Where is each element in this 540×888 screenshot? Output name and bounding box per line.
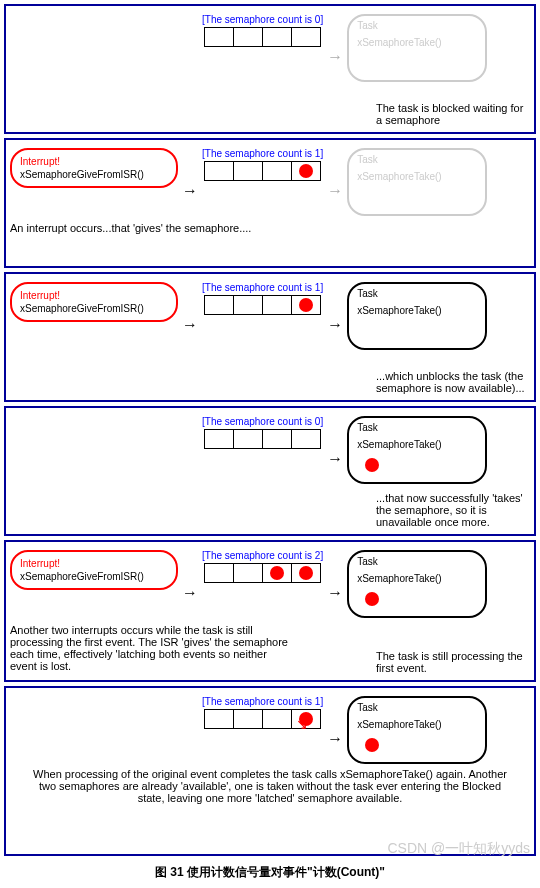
isr-fn: xSemaphoreGiveFromISR() bbox=[20, 303, 168, 314]
queue-cell bbox=[205, 430, 234, 448]
queue-cell bbox=[205, 296, 234, 314]
token-icon bbox=[299, 566, 313, 580]
panel-caption-center: When processing of the original event co… bbox=[30, 768, 510, 804]
queue-cell bbox=[234, 430, 263, 448]
arrow-give: → bbox=[182, 182, 198, 200]
count-label: [The semaphore count is 0] bbox=[202, 14, 323, 25]
semaphore-queue: [The semaphore count is 0] bbox=[202, 416, 323, 449]
queue-cell bbox=[234, 564, 263, 582]
task-box: TaskxSemaphoreTake() bbox=[347, 550, 487, 618]
arrow-take: → bbox=[327, 48, 343, 66]
panel-caption-right: The task is still processing the first e… bbox=[376, 650, 526, 674]
queue-cell bbox=[292, 162, 320, 180]
panel-4: Interrupt!xSemaphoreGiveFromISR()→[The s… bbox=[4, 406, 536, 536]
figure-caption: 图 31 使用计数信号量对事件"计数(Count)" bbox=[0, 860, 540, 885]
isr-box: Interrupt!xSemaphoreGiveFromISR() bbox=[10, 148, 178, 188]
token-icon bbox=[365, 592, 379, 606]
task-fn: xSemaphoreTake() bbox=[357, 719, 477, 730]
arrow-take: → bbox=[327, 316, 343, 334]
queue-cell bbox=[234, 296, 263, 314]
queue-cell bbox=[263, 162, 292, 180]
arrow-give: → bbox=[182, 584, 198, 602]
panel-5: Interrupt!xSemaphoreGiveFromISR()→[The s… bbox=[4, 540, 536, 682]
queue-cell bbox=[205, 710, 234, 728]
token-icon bbox=[365, 458, 379, 472]
task-title: Task bbox=[357, 422, 477, 433]
isr-title: Interrupt! bbox=[20, 558, 168, 569]
panel-caption-right: ...which unblocks the task (the semaphor… bbox=[376, 370, 526, 394]
arrow-take: → bbox=[327, 584, 343, 602]
token-icon bbox=[299, 298, 313, 312]
queue-cell bbox=[205, 162, 234, 180]
isr-box: Interrupt!xSemaphoreGiveFromISR() bbox=[10, 550, 178, 590]
task-title: Task bbox=[357, 20, 477, 31]
queue-cell bbox=[263, 28, 292, 46]
queue-cell bbox=[292, 430, 320, 448]
isr-title: Interrupt! bbox=[20, 156, 168, 167]
isr-box: Interrupt!xSemaphoreGiveFromISR() bbox=[10, 282, 178, 322]
count-label: [The semaphore count is 0] bbox=[202, 416, 323, 427]
arrow-take: → bbox=[327, 182, 343, 200]
token-icon bbox=[270, 566, 284, 580]
task-fn: xSemaphoreTake() bbox=[357, 305, 477, 316]
task-fn: xSemaphoreTake() bbox=[357, 37, 477, 48]
task-box: TaskxSemaphoreTake() bbox=[347, 696, 487, 764]
count-label: [The semaphore count is 1] bbox=[202, 696, 323, 707]
task-title: Task bbox=[357, 702, 477, 713]
queue-cell bbox=[292, 28, 320, 46]
queue-cell bbox=[263, 564, 292, 582]
panel-6: Interrupt!xSemaphoreGiveFromISR()→[The s… bbox=[4, 686, 536, 856]
count-label: [The semaphore count is 1] bbox=[202, 148, 323, 159]
isr-fn: xSemaphoreGiveFromISR() bbox=[20, 169, 168, 180]
queue-cell bbox=[234, 710, 263, 728]
isr-fn: xSemaphoreGiveFromISR() bbox=[20, 571, 168, 582]
queue-cell bbox=[205, 28, 234, 46]
panel-1: Interrupt!xSemaphoreGiveFromISR()→[The s… bbox=[4, 4, 536, 134]
task-title: Task bbox=[357, 288, 477, 299]
queue-cell bbox=[292, 296, 320, 314]
watermark: CSDN @一叶知秋yyds bbox=[387, 840, 530, 858]
task-box: TaskxSemaphoreTake() bbox=[347, 282, 487, 350]
task-box: TaskxSemaphoreTake() bbox=[347, 14, 487, 82]
queue-cell bbox=[263, 296, 292, 314]
count-label: [The semaphore count is 2] bbox=[202, 550, 323, 561]
semaphore-queue: [The semaphore count is 0] bbox=[202, 14, 323, 47]
queue-cell bbox=[205, 564, 234, 582]
semaphore-queue: [The semaphore count is 2] bbox=[202, 550, 323, 583]
queue-cell bbox=[234, 28, 263, 46]
late-take-arrow: ↘ bbox=[296, 716, 308, 732]
task-box: TaskxSemaphoreTake() bbox=[347, 148, 487, 216]
queue-cell bbox=[263, 430, 292, 448]
panel-caption-right: ...that now successfully 'takes' the sem… bbox=[376, 492, 526, 528]
panel-2: Interrupt!xSemaphoreGiveFromISR()→[The s… bbox=[4, 138, 536, 268]
arrow-give: → bbox=[182, 316, 198, 334]
panel-caption-left: An interrupt occurs...that 'gives' the s… bbox=[10, 222, 290, 234]
task-box: TaskxSemaphoreTake() bbox=[347, 416, 487, 484]
panel-caption-left: Another two interrupts occurs while the … bbox=[10, 624, 290, 672]
token-icon bbox=[365, 738, 379, 752]
queue-cell bbox=[292, 564, 320, 582]
arrow-take: → bbox=[327, 730, 343, 748]
arrow-take: → bbox=[327, 450, 343, 468]
token-icon bbox=[299, 164, 313, 178]
task-fn: xSemaphoreTake() bbox=[357, 171, 477, 182]
panel-3: Interrupt!xSemaphoreGiveFromISR()→[The s… bbox=[4, 272, 536, 402]
count-label: [The semaphore count is 1] bbox=[202, 282, 323, 293]
isr-title: Interrupt! bbox=[20, 290, 168, 301]
semaphore-queue: [The semaphore count is 1] bbox=[202, 282, 323, 315]
task-fn: xSemaphoreTake() bbox=[357, 439, 477, 450]
queue-cell bbox=[234, 162, 263, 180]
panel-caption-right: The task is blocked waiting for a semaph… bbox=[376, 102, 526, 126]
semaphore-queue: [The semaphore count is 1] bbox=[202, 148, 323, 181]
task-fn: xSemaphoreTake() bbox=[357, 573, 477, 584]
task-title: Task bbox=[357, 154, 477, 165]
task-title: Task bbox=[357, 556, 477, 567]
queue-cell bbox=[263, 710, 292, 728]
